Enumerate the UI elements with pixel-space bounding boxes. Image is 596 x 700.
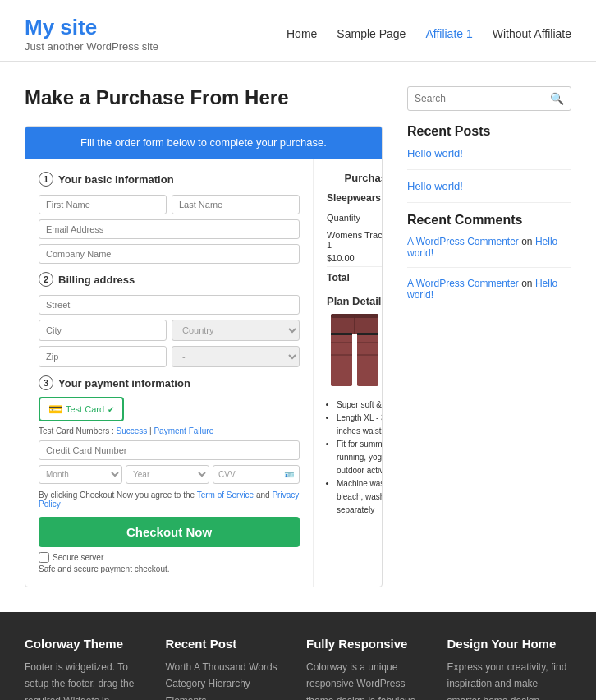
last-name-input[interactable] [172, 195, 300, 214]
comment-author-2[interactable]: A WordPress Commenter [407, 278, 519, 289]
sidebar-post-2[interactable]: Hello world! [407, 180, 571, 192]
test-card-info: Test Card Numbers : Success | Payment Fa… [39, 426, 300, 435]
recent-comments-title: Recent Comments [407, 213, 571, 228]
divider-1 [407, 169, 571, 170]
zip-input[interactable] [39, 346, 167, 367]
country-select[interactable]: Country [172, 320, 300, 341]
month-select[interactable]: Month [39, 465, 122, 484]
svg-rect-4 [357, 333, 378, 386]
checkout-button[interactable]: Checkout Now [39, 517, 300, 547]
year-select[interactable]: Year [126, 465, 209, 484]
feature-3: Fit for summers and springs, running, yo… [337, 438, 383, 477]
form-section: 1 Your basic information [25, 159, 314, 587]
cvv-field: CVV 🪪 [213, 465, 300, 484]
product-desc: Womens Track Pant Lower x 1 [327, 230, 383, 250]
footer-col2-title: Recent Post [166, 637, 291, 651]
search-icon[interactable]: 🔍 [550, 92, 564, 105]
step2-num: 2 [39, 272, 53, 287]
sidebar-post-1[interactable]: Hello world! [407, 147, 571, 159]
email-row [39, 219, 300, 239]
cc-row [39, 440, 300, 460]
main-content: Make a Purchase From Here Fill the order… [0, 62, 596, 612]
secure-footer-text: Safe and secure payment checkout. [39, 564, 300, 573]
sidebar: 🔍 Recent Posts Hello world! Hello world!… [407, 86, 571, 587]
comment-on-1: on [521, 236, 532, 247]
footer-col4-text: Express your creativity, find inspiratio… [447, 659, 572, 700]
left-column: Make a Purchase From Here Fill the order… [25, 86, 383, 587]
zip-select[interactable]: - [172, 346, 300, 367]
zip-row: - [39, 346, 300, 367]
svg-rect-3 [331, 333, 352, 386]
secure-row: Secure server [39, 552, 300, 563]
comment-on-2: on [521, 278, 532, 289]
step1-title: 1 Your basic information [39, 172, 300, 187]
main-nav: Home Sample Page Affiliate 1 Without Aff… [287, 27, 571, 40]
divider-3 [407, 267, 571, 268]
footer-post-link-2[interactable]: Category Hierarchy Elements [166, 675, 291, 700]
nav-without-affiliate[interactable]: Without Affiliate [493, 27, 571, 40]
quantity-row: Quantity [327, 210, 383, 225]
site-title: My site Just another WordPress site [25, 15, 158, 53]
page-title: Make a Purchase From Here [25, 86, 383, 109]
step3-num: 3 [39, 375, 53, 390]
street-input[interactable] [39, 295, 300, 315]
svg-rect-10 [357, 333, 378, 335]
footer-col-2: Recent Post Worth A Thousand Words Categ… [166, 637, 291, 700]
terms-link[interactable]: Term of Service [197, 490, 254, 500]
test-card-button[interactable]: 💳 Test Card ✔ [39, 397, 124, 421]
product-price-row: $10.00 [327, 253, 383, 263]
recent-posts-title: Recent Posts [407, 124, 571, 139]
nav-affiliate1[interactable]: Affiliate 1 [425, 27, 472, 40]
check-icon: ✔ [108, 405, 114, 414]
purchase-section: Purchase Details Sleepwears Quantity Wom… [314, 159, 383, 587]
city-country-row: Country [39, 320, 300, 341]
site-name: My site [25, 15, 158, 40]
nav-sample-page[interactable]: Sample Page [337, 27, 406, 40]
feature-1: Super soft & comfortable [337, 398, 383, 412]
purchase-title: Purchase Details [327, 172, 383, 184]
product-images [327, 314, 383, 392]
credit-card-input[interactable] [39, 440, 300, 460]
nav-home[interactable]: Home [287, 27, 317, 40]
product-row: Womens Track Pant Lower x 1 [327, 230, 383, 250]
comment-2: A WordPress Commenter on Hello world! [407, 278, 571, 301]
city-input[interactable] [39, 320, 167, 341]
feature-2: Length XL - 30 inches to 36 inches waist [337, 412, 383, 438]
company-row [39, 244, 300, 264]
checkout-body: 1 Your basic information [25, 159, 382, 587]
terms-text: By clicking Checkout Now you agree to th… [39, 490, 300, 509]
card-icon: 💳 [48, 403, 62, 416]
total-label: Total [327, 272, 350, 283]
name-row [39, 195, 300, 214]
plan-title: Plan Details [327, 295, 383, 307]
company-input[interactable] [39, 244, 300, 264]
footer-col-4: Design Your Home Express your creativity… [447, 637, 572, 700]
search-input[interactable] [415, 93, 550, 104]
footer-post-link-1[interactable]: Worth A Thousand Words [166, 659, 291, 675]
feature-4: Machine washable, do not bleach, wash da… [337, 477, 383, 517]
comment-author-1[interactable]: A WordPress Commenter [407, 236, 519, 247]
footer-main: Colorway Theme Footer is widgetized. To … [0, 612, 596, 700]
footer-col3-text: Colorway is a unique responsive WordPres… [306, 659, 431, 700]
first-name-input[interactable] [39, 195, 167, 214]
search-box: 🔍 [407, 86, 571, 111]
footer-col3-title: Fully Responsive [306, 637, 431, 651]
footer-col-1: Colorway Theme Footer is widgetized. To … [25, 637, 149, 700]
header: My site Just another WordPress site Home… [0, 0, 596, 62]
secure-checkbox[interactable] [39, 552, 49, 563]
email-input[interactable] [39, 219, 300, 239]
product-price: $10.00 [327, 253, 355, 263]
plan-features: Super soft & comfortable Length XL - 30 … [327, 398, 383, 517]
step1-num: 1 [39, 172, 53, 187]
footer-col1-title: Colorway Theme [25, 637, 149, 651]
success-link[interactable]: Success [116, 426, 147, 435]
street-row [39, 295, 300, 315]
footer-col-3: Fully Responsive Colorway is a unique re… [306, 637, 431, 700]
product-name: Sleepwears [327, 192, 383, 204]
pants-image-1 [327, 314, 383, 392]
total-row: Total $10.00 [327, 266, 383, 283]
card-btn-label: Test Card [66, 404, 104, 414]
cvv-icon: 🪪 [284, 470, 294, 479]
failure-link[interactable]: Payment Failure [154, 426, 213, 435]
cvv-label: CVV [218, 470, 236, 479]
